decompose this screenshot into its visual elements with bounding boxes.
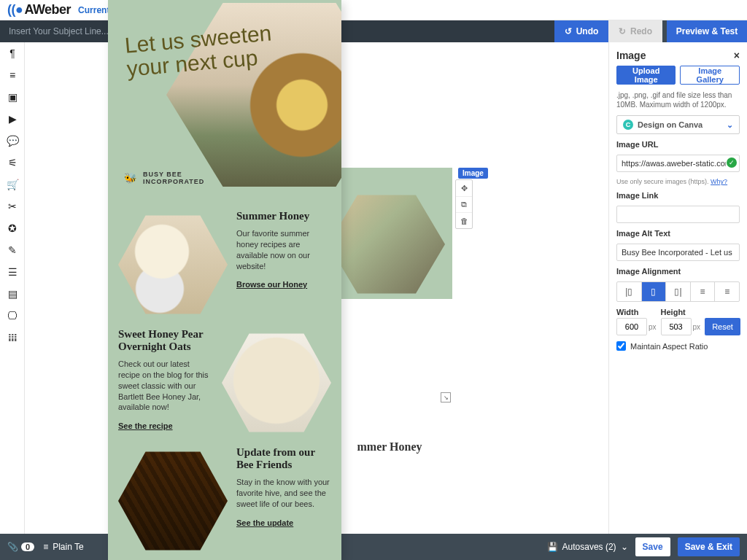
tool-cart-icon[interactable]: 🛒 (0, 174, 25, 195)
section-bee-friends: Update from our Bee Friends Stay in the … (108, 438, 341, 560)
block-type-tag: Image (458, 168, 488, 179)
tool-image-icon[interactable]: ▣ (0, 86, 25, 108)
width-input[interactable] (616, 318, 647, 335)
valid-icon: ✓ (727, 158, 737, 168)
save-button[interactable]: Save (635, 537, 670, 556)
tool-star-icon[interactable]: ✪ (0, 217, 25, 239)
section-image (118, 446, 228, 556)
tool-rows-icon[interactable]: ☰ (0, 261, 25, 283)
tool-rail: ¶ ≡ ▣ ▶ 💬 ⚟ 🛒 ✂ ✪ ✎ ☰ ▤ 🖵 𝍖 (0, 42, 25, 534)
width-label: Width (616, 308, 657, 316)
bee-icon: 🐝 (124, 172, 137, 184)
resize-handle-icon[interactable]: ↘ (441, 392, 451, 402)
plain-text-label: Plain Te (53, 542, 83, 552)
why-link[interactable]: Why? (711, 178, 727, 185)
canva-icon: C (623, 120, 633, 130)
image-url-label: Image URL (616, 140, 740, 149)
chevron-down-icon: ⌄ (727, 120, 733, 130)
section-cta-link[interactable]: Browse our Honey (236, 280, 307, 289)
section-oats: Sweet Honey Pear Overnight Oats Check ou… (108, 319, 341, 446)
section-cta-link[interactable]: See the update (236, 518, 293, 527)
section-title: Update from our Bee Friends (236, 446, 331, 471)
image-link-label: Image Link (616, 191, 740, 200)
alignment-group: |▯ ▯ ▯| ≡ ≡ (616, 281, 740, 302)
filetype-help: .jpg, .png, .gif and file size less than… (616, 90, 740, 109)
secure-hint: Use only secure images (https). Why? (616, 178, 740, 185)
inspector-panel: Image × Upload Image Image Gallery .jpg,… (608, 42, 747, 534)
move-block-icon[interactable]: ✥ (456, 180, 472, 196)
email-preview-overlay: Let us sweeten your next cup 🐝 BUSY BEE … (108, 0, 341, 560)
tool-list-icon[interactable]: ≡ (0, 64, 25, 86)
image-url-input[interactable] (616, 155, 740, 172)
height-input[interactable] (661, 318, 692, 335)
reset-button[interactable]: Reset (705, 318, 740, 335)
section-body: Our favorite summer honey recipes are av… (236, 228, 331, 271)
brand-lockup: 🐝 BUSY BEE INCORPORATED (124, 171, 204, 185)
align-right-icon[interactable]: ▯| (666, 282, 691, 301)
canva-label: Design on Canva (638, 120, 703, 129)
section-body: Stay in the know with your favorite hive… (236, 477, 331, 510)
align-left-icon[interactable]: |▯ (617, 282, 642, 301)
delete-block-icon[interactable]: 🗑 (456, 212, 472, 228)
autosave-label: Autosaves (2) (562, 542, 616, 552)
logo-swirl-icon: ((● (7, 2, 23, 18)
undo-button[interactable]: ↺ Undo (554, 20, 608, 42)
image-link-input[interactable] (616, 206, 740, 223)
redo-button[interactable]: ↻ Redo (608, 20, 662, 42)
section-image (118, 210, 228, 319)
tool-text-icon[interactable]: ¶ (0, 42, 25, 64)
align-center-icon[interactable]: ▯ (642, 282, 667, 301)
maintain-aspect-label: Maintain Aspect Ratio (630, 342, 708, 351)
duplicate-block-icon[interactable]: ⧉ (456, 196, 472, 212)
tool-layout-icon[interactable]: ▤ (0, 283, 25, 305)
alignment-label: Image Alignment (616, 267, 740, 276)
section-title: Sweet Honey Pear Overnight Oats (118, 328, 213, 353)
height-unit: px (693, 323, 701, 331)
section-cta-link[interactable]: See the recipe (118, 421, 173, 430)
attachment-count: 0 (21, 542, 34, 551)
canvas-hero-image (328, 190, 445, 299)
brand-name: AWeber (24, 2, 71, 18)
maintain-aspect-field[interactable]: Maintain Aspect Ratio (616, 341, 740, 351)
undo-label: Undo (576, 26, 599, 36)
align-text-left-icon[interactable]: ≡ (691, 282, 716, 301)
inspector-title: Image (616, 50, 646, 61)
attachment-button[interactable]: 📎 0 (7, 542, 34, 552)
chevron-down-icon: ⌄ (621, 542, 628, 552)
align-text-right-icon[interactable]: ≡ (715, 282, 739, 301)
plain-text-toggle[interactable]: ≡ Plain Te (43, 542, 84, 552)
tool-comment-icon[interactable]: 💬 (0, 130, 25, 152)
canvas-section-title: mmer Honey (331, 440, 448, 454)
brand-line2: INCORPORATED (143, 178, 204, 185)
paperclip-icon: 📎 (7, 542, 18, 552)
autosave-dropdown[interactable]: 💾 Autosaves (2) ⌄ (547, 542, 628, 552)
align-icon: ≡ (43, 542, 48, 552)
preview-test-button[interactable]: Preview & Test (667, 20, 747, 42)
block-tools: ✥ ⧉ 🗑 (455, 179, 473, 229)
close-icon[interactable]: × (734, 50, 740, 61)
tool-pen-icon[interactable]: ✎ (0, 239, 25, 261)
width-unit: px (649, 323, 657, 331)
alt-text-input[interactable] (616, 244, 740, 261)
tool-video-icon[interactable]: ▶ (0, 108, 25, 130)
redo-label: Redo (630, 26, 652, 36)
section-image (222, 328, 331, 438)
brand-line1: BUSY BEE (143, 171, 204, 178)
alt-text-label: Image Alt Text (616, 229, 740, 238)
tool-rss-icon[interactable]: 𝍖 (0, 327, 25, 349)
redo-icon: ↻ (619, 26, 626, 36)
undo-icon: ↺ (565, 26, 572, 36)
save-exit-button[interactable]: Save & Exit (678, 537, 740, 556)
image-gallery-button[interactable]: Image Gallery (680, 66, 740, 85)
tool-share-icon[interactable]: ⚟ (0, 152, 25, 174)
tool-media-icon[interactable]: 🖵 (0, 305, 25, 327)
save-disk-icon: 💾 (547, 542, 558, 552)
brand-logo: ((● AWeber (7, 2, 71, 18)
design-on-canva-button[interactable]: C Design on Canva ⌄ (616, 115, 740, 134)
height-label: Height (661, 308, 701, 316)
section-title: Summer Honey (236, 210, 331, 222)
maintain-aspect-checkbox[interactable] (616, 341, 626, 351)
tool-cut-icon[interactable]: ✂ (0, 195, 25, 217)
upload-image-button[interactable]: Upload Image (616, 66, 676, 85)
section-body: Check out our latest recipe on the blog … (118, 359, 213, 413)
